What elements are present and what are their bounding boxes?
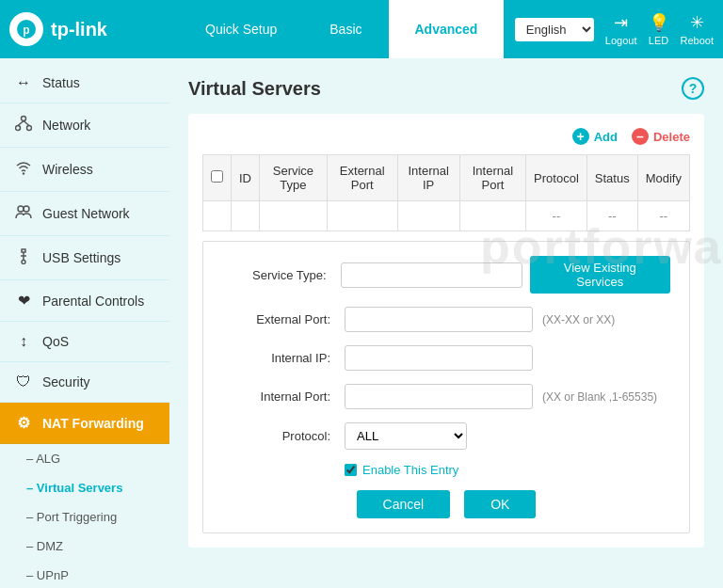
sidebar-item-qos[interactable]: ↕ QoS — [0, 322, 169, 362]
svg-point-2 — [22, 117, 26, 121]
internal-ip-input[interactable] — [345, 345, 533, 371]
external-port-label: External Port: — [222, 312, 345, 326]
row-status: -- — [586, 201, 637, 231]
sidebar-sub-dmz[interactable]: DMZ — [0, 532, 169, 561]
page-title-row: Virtual Servers ? — [188, 77, 704, 100]
virtual-servers-table: ID Service Type External Port Internal I… — [202, 154, 690, 231]
service-type-row: Service Type: View Existing Services — [222, 256, 670, 294]
logo-area: p tp-link — [9, 12, 179, 46]
led-button[interactable]: 💡 LED — [649, 12, 669, 46]
sidebar-item-security[interactable]: 🛡 Security — [0, 362, 169, 403]
logout-icon: ⇥ — [614, 12, 628, 33]
reboot-button[interactable]: ✳ Reboot — [681, 12, 714, 46]
sidebar: ↔ Status Network — [0, 58, 169, 588]
view-services-button[interactable]: View Existing Services — [530, 256, 671, 294]
enable-entry-checkbox[interactable] — [345, 464, 357, 476]
add-label: Add — [594, 130, 618, 144]
svg-line-6 — [24, 121, 29, 126]
tab-basic[interactable]: Basic — [303, 0, 388, 58]
svg-point-4 — [27, 126, 32, 131]
cancel-button[interactable]: Cancel — [357, 490, 451, 518]
language-select[interactable]: English Chinese French — [515, 18, 594, 41]
sidebar-sub-port-triggering[interactable]: Port Triggering — [0, 502, 169, 532]
usb-icon — [14, 247, 33, 268]
row-checkbox-cell — [203, 201, 232, 231]
row-modify: -- — [637, 201, 689, 231]
col-modify: Modify — [637, 155, 689, 201]
sidebar-item-status[interactable]: ↔ Status — [0, 63, 169, 103]
table-row: -- -- -- — [203, 201, 690, 231]
sidebar-item-guest-network[interactable]: Guest Network — [0, 192, 169, 236]
sidebar-label-wireless: Wireless — [42, 162, 93, 177]
sidebar-item-usb-settings[interactable]: USB Settings — [0, 236, 169, 280]
internal-port-input[interactable] — [345, 384, 533, 409]
enable-entry-label: Enable This Entry — [362, 463, 458, 477]
layout: ↔ Status Network — [0, 58, 723, 588]
col-id: ID — [232, 155, 260, 201]
col-checkbox — [203, 155, 232, 201]
add-button[interactable]: + Add — [572, 128, 618, 145]
col-internal-ip: Internal IP — [397, 155, 459, 201]
sidebar-item-parental-controls[interactable]: ❤ Parental Controls — [0, 280, 169, 322]
ok-button[interactable]: OK — [464, 490, 536, 518]
delete-button[interactable]: – Delete — [632, 128, 690, 145]
protocol-select[interactable]: ALL TCP UDP TCP/UDP — [345, 422, 467, 450]
svg-point-13 — [22, 261, 25, 264]
sidebar-sub-virtual-servers[interactable]: Virtual Servers — [0, 473, 169, 502]
row-id — [232, 201, 260, 231]
led-label: LED — [649, 35, 668, 46]
logo-text: tp-link — [51, 19, 107, 40]
parental-controls-icon: ❤ — [14, 292, 33, 310]
sidebar-label-usb-settings: USB Settings — [42, 250, 120, 265]
service-type-label: Service Type: — [222, 268, 341, 282]
col-service-type: Service Type — [260, 155, 328, 201]
sidebar-sub-alg[interactable]: ALG — [0, 444, 169, 473]
svg-point-9 — [24, 206, 29, 212]
nat-forwarding-icon: ⚙ — [14, 414, 33, 432]
svg-rect-10 — [22, 249, 25, 252]
svg-point-3 — [16, 126, 21, 131]
sidebar-item-nat-forwarding[interactable]: ⚙ NAT Forwarding — [0, 403, 169, 444]
sidebar-label-status: Status — [42, 75, 80, 90]
sidebar-label-nat-forwarding: NAT Forwarding — [42, 416, 144, 431]
external-port-input[interactable] — [345, 307, 533, 332]
wireless-icon — [14, 159, 33, 180]
sidebar-item-wireless[interactable]: Wireless — [0, 148, 169, 192]
status-icon: ↔ — [14, 74, 33, 91]
sidebar-item-network[interactable]: Network — [0, 103, 169, 148]
protocol-label: Protocol: — [222, 429, 345, 443]
led-icon: 💡 — [649, 12, 669, 33]
sidebar-label-security: Security — [42, 374, 90, 389]
guest-network-icon — [14, 203, 33, 224]
logout-button[interactable]: ⇥ Logout — [605, 12, 637, 46]
service-type-input[interactable] — [341, 262, 522, 288]
delete-label: Delete — [653, 130, 690, 144]
sidebar-sub-upnp[interactable]: UPnP — [0, 561, 169, 588]
page-title: Virtual Servers — [188, 78, 321, 100]
external-port-hint: (XX-XX or XX) — [542, 313, 615, 326]
entry-form: Service Type: View Existing Services Ext… — [202, 241, 690, 533]
sidebar-label-parental-controls: Parental Controls — [42, 294, 144, 309]
toolbar: + Add – Delete — [202, 128, 690, 145]
reboot-label: Reboot — [681, 35, 714, 46]
col-status: Status — [586, 155, 637, 201]
svg-text:p: p — [23, 24, 29, 37]
select-all-checkbox[interactable] — [211, 170, 223, 183]
internal-port-hint: (XX or Blank ,1-65535) — [542, 390, 657, 404]
header-right: English Chinese French ⇥ Logout 💡 LED ✳ … — [515, 12, 714, 46]
svg-line-5 — [18, 121, 24, 126]
external-port-row: External Port: (XX-XX or XX) — [222, 307, 670, 332]
tab-advanced[interactable]: Advanced — [389, 0, 505, 58]
main-content: portforward Virtual Servers ? + Add – De… — [169, 58, 723, 588]
sidebar-label-guest-network: Guest Network — [42, 206, 130, 221]
row-internal-port — [459, 201, 525, 231]
delete-icon: – — [632, 128, 649, 145]
tp-link-logo-icon: p — [9, 12, 43, 46]
col-internal-port: Internal Port — [459, 155, 525, 201]
help-icon[interactable]: ? — [682, 77, 704, 100]
row-external-port — [327, 201, 397, 231]
enable-entry-row: Enable This Entry — [222, 463, 670, 477]
nav-tabs: Quick Setup Basic Advanced — [179, 0, 515, 58]
tab-quick-setup[interactable]: Quick Setup — [179, 0, 303, 58]
security-icon: 🛡 — [14, 373, 33, 390]
